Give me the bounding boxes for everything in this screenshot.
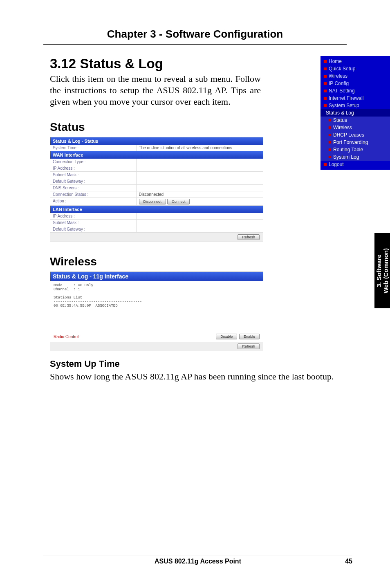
submenu-item: Routing Table (333, 147, 363, 153)
bullet-icon (324, 75, 327, 78)
bullet-icon (324, 104, 327, 107)
disconnect-button: Disconnect (139, 199, 166, 204)
wireless-screenshot: Status & Log - 11g Interface Mode : AP O… (50, 272, 263, 351)
bullet-icon (324, 163, 327, 166)
bullet-icon (324, 60, 327, 63)
blue-side-menu-image: Home Quick Setup Wireless IP Config NAT … (321, 56, 390, 170)
menu-item: IP Config (329, 81, 349, 86)
row-value (136, 159, 263, 165)
wireless-table-title: Status & Log - 11g Interface (50, 272, 263, 281)
row-label: Connection Type : (50, 159, 136, 165)
status-table-title: Status & Log - Status (50, 137, 263, 145)
submenu-item: Status (333, 117, 347, 123)
submenu-item: DHCP Leases (333, 132, 364, 138)
row-label: IP Address : (50, 165, 136, 171)
bullet-icon (329, 156, 331, 158)
row-value (136, 220, 263, 226)
row-label: Default Gateway : (50, 226, 136, 232)
footer-product: ASUS 802.11g Access Point (58, 558, 338, 565)
side-tab: 3. Software Web (Common) (374, 233, 390, 308)
row-label: Subnet Mask : (50, 220, 136, 226)
refresh-button: Refresh (238, 343, 260, 349)
refresh-button: Refresh (238, 234, 260, 240)
divider (43, 44, 347, 45)
bullet-icon (324, 67, 327, 70)
content-area: Home Quick Setup Wireless IP Config NAT … (0, 56, 390, 383)
footer-spacer (43, 558, 58, 565)
bullet-icon (329, 141, 331, 144)
menu-item: Internet Firewall (329, 95, 363, 101)
row-label: System Time : (50, 145, 136, 151)
status-heading: Status (50, 121, 347, 134)
system-uptime-body: Shows how long the ASUS 802.11g AP has b… (50, 371, 347, 382)
radio-control-label: Radio Control: (54, 334, 80, 339)
menu-item-active: Status & Log (326, 110, 354, 116)
bullet-icon (329, 126, 331, 129)
menu-item: NAT Setting (329, 88, 355, 94)
menu-item: Home (329, 58, 342, 64)
bullet-icon (329, 148, 331, 151)
bullet-icon (329, 134, 331, 136)
bullet-icon (324, 82, 327, 85)
row-value: Disconnect Connect (136, 198, 263, 205)
wireless-heading: Wireless (50, 255, 347, 268)
row-value (136, 185, 263, 191)
disable-button: Disable (216, 334, 237, 339)
submenu-item: Port Forwarding (333, 139, 368, 145)
bullet-icon (324, 97, 327, 100)
chapter-title: Chapter 3 - Software Configuration (0, 28, 390, 40)
row-value (136, 213, 263, 219)
section-heading: 3.12 Status & Log (50, 56, 347, 72)
intro-paragraph: Click this item on the menu to reveal a … (50, 73, 261, 108)
submenu-item: System Log (333, 154, 359, 160)
bullet-icon (329, 119, 331, 121)
menu-item: System Setup (329, 103, 359, 108)
row-value (136, 172, 263, 178)
menu-item: Logout (329, 162, 344, 167)
row-value (136, 165, 263, 171)
footer-divider (43, 556, 352, 556)
bullet-icon (324, 90, 327, 92)
enable-button: Enable (239, 334, 260, 339)
row-label: Default Gateway : (50, 178, 136, 184)
row-label: Subnet Mask : (50, 172, 136, 178)
row-value (136, 226, 263, 232)
section-header: LAN Interface (50, 206, 263, 213)
menu-item: Wireless (329, 73, 347, 79)
side-tab-line2: Web (Common) (382, 248, 389, 294)
row-value (136, 178, 263, 184)
row-label: Connection Status : (50, 191, 136, 197)
footer-page-number: 45 (338, 558, 352, 565)
menu-item: Quick Setup (329, 66, 355, 72)
status-screenshot: Status & Log - Status System Time :The o… (50, 137, 263, 242)
system-uptime-heading: System Up Time (50, 359, 347, 369)
row-value: Disconnected (136, 191, 263, 197)
submenu-item: Wireless (333, 125, 352, 130)
side-tab-line1: 3. Software (375, 254, 382, 287)
connect-button: Connect (167, 199, 190, 204)
row-label: Action : (50, 198, 136, 205)
row-label: DNS Servers : (50, 185, 136, 191)
row-value: The on-line situation of all wireless an… (136, 145, 263, 151)
row-label: IP Address : (50, 213, 136, 219)
page: Chapter 3 - Software Configuration Home … (0, 0, 390, 588)
section-header: WAN Interface (50, 151, 263, 159)
footer: ASUS 802.11g Access Point 45 (43, 552, 352, 565)
wireless-log-body: Mode : AP Only Channel : 1 Stations List… (50, 281, 263, 331)
